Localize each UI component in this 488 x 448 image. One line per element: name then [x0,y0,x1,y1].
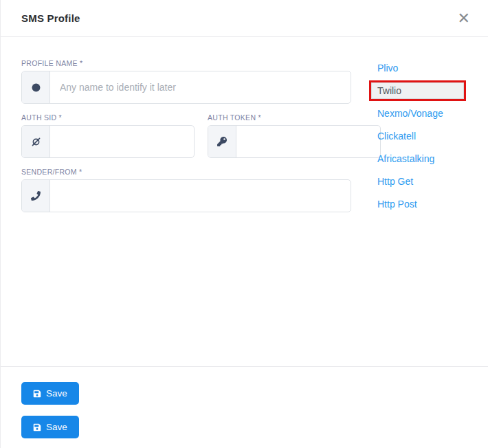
close-icon[interactable]: ✕ [455,10,473,27]
auth-row: AUTH SID * AUTH TOKEN * [21,113,351,168]
save-button-secondary[interactable]: Save [21,416,79,438]
floppy-disk-icon [33,423,41,432]
auth-token-input[interactable] [236,126,380,157]
provider-item-africastalking[interactable]: Africastalking [369,154,469,164]
save-button[interactable]: Save [21,382,79,405]
profile-name-label: PROFILE NAME * [21,59,351,67]
sender-from-input[interactable] [50,180,351,212]
provider-item-http-get[interactable]: Http Get [369,177,469,186]
auth-token-input-group [208,125,381,158]
sender-from-label: SENDER/FROM * [21,168,351,176]
provider-item-twilio[interactable]: Twilio [371,82,464,99]
modal-body: PROFILE NAME * AUTH SID * [1,37,488,366]
save-button-label: Save [46,422,67,432]
key-icon [208,126,236,157]
provider-item-http-post[interactable]: Http Post [369,199,469,209]
sms-profile-modal: SMS Profile ✕ PROFILE NAME * AUTH SID * [0,0,488,448]
provider-item-nexmo-vonage[interactable]: Nexmo/Vonage [369,109,469,118]
modal-header: SMS Profile ✕ [1,0,488,37]
floppy-disk-icon [33,390,41,398]
sender-from-group: SENDER/FROM * [21,168,351,212]
provider-item-clickatell[interactable]: Clickatell [369,131,469,141]
modal-footer: Save Save [1,366,488,438]
profile-name-input-group [21,71,351,104]
modal-title: SMS Profile [21,12,80,24]
id-slash-circle-icon [22,126,50,157]
auth-sid-input-group [21,125,195,158]
profile-name-input[interactable] [50,71,351,103]
auth-token-label: AUTH TOKEN * [208,113,381,122]
save-button-label: Save [46,388,67,399]
sms-profile-form: PROFILE NAME * AUTH SID * [21,59,351,366]
auth-sid-group: AUTH SID * [21,113,195,158]
phone-icon [22,180,50,212]
auth-sid-input[interactable] [50,126,194,157]
profile-name-group: PROFILE NAME * [21,59,351,104]
annotation-red-highlight-box: Twilio [369,80,466,101]
provider-list: Plivo Twilio Nexmo/Vonage Clickatell Afr… [369,59,469,366]
sender-from-input-group [21,179,351,212]
auth-sid-label: AUTH SID * [21,113,195,122]
auth-token-group: AUTH TOKEN * [208,113,381,158]
provider-item-plivo[interactable]: Plivo [369,63,469,73]
circle-icon [22,71,50,103]
